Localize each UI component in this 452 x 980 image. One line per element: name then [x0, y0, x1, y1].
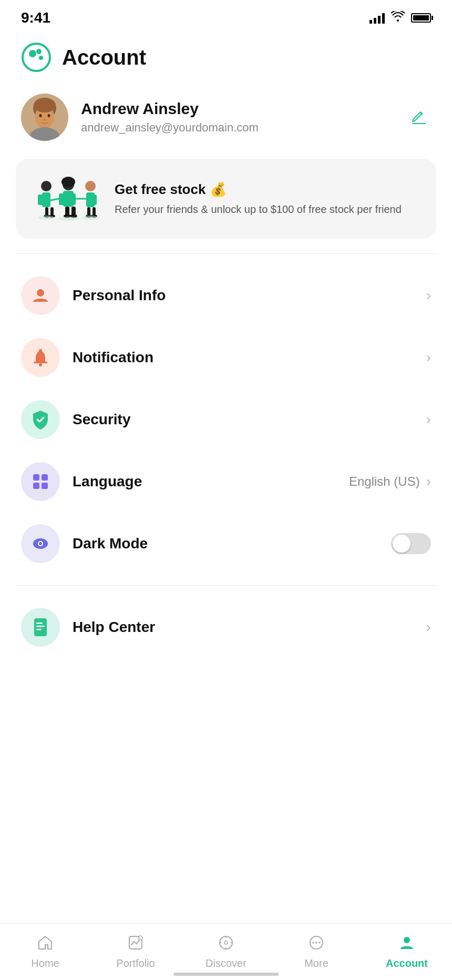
- svg-rect-17: [45, 207, 48, 216]
- bell-icon: [32, 348, 49, 367]
- grid-icon: [30, 472, 50, 492]
- svg-rect-32: [91, 195, 97, 205]
- svg-rect-18: [50, 207, 54, 216]
- svg-rect-54: [36, 626, 45, 627]
- nav-item-discover[interactable]: Discover: [181, 931, 271, 969]
- home-nav-label: Home: [31, 957, 59, 969]
- portfolio-icon: [124, 931, 147, 954]
- svg-rect-48: [42, 483, 48, 489]
- home-indicator: [173, 973, 279, 976]
- svg-point-64: [315, 942, 317, 944]
- svg-point-65: [319, 942, 321, 944]
- edit-profile-button[interactable]: [407, 105, 431, 129]
- help-menu: Help Center ›: [0, 591, 452, 663]
- toggle-thumb: [393, 535, 410, 553]
- menu-item-security[interactable]: Security ›: [0, 389, 452, 451]
- svg-rect-55: [36, 629, 42, 630]
- svg-rect-44: [39, 349, 42, 351]
- wifi-icon: [391, 11, 405, 25]
- nav-item-portfolio[interactable]: Portfolio: [90, 931, 181, 969]
- home-icon: [34, 931, 57, 954]
- svg-line-37: [50, 199, 59, 200]
- help-center-label: Help Center: [73, 619, 426, 636]
- referral-title: Get free stock 💰: [115, 181, 422, 198]
- menu-item-dark-mode[interactable]: Dark Mode: [0, 513, 452, 575]
- svg-point-3: [39, 56, 43, 60]
- portfolio-nav-label: Portfolio: [116, 957, 155, 969]
- svg-point-66: [404, 937, 410, 943]
- help-center-icon-wrap: [21, 608, 60, 647]
- divider-1: [16, 253, 436, 254]
- bottom-nav: Home Portfolio Discover: [0, 923, 452, 980]
- svg-point-61: [224, 941, 228, 944]
- status-icons: [369, 11, 431, 25]
- referral-description: Refer your friends & unlock up to $100 o…: [115, 202, 422, 217]
- person-icon: [31, 286, 50, 305]
- app-logo: [21, 42, 52, 73]
- notification-label: Notification: [73, 349, 426, 366]
- dark-mode-label: Dark Mode: [73, 535, 391, 552]
- chevron-right-icon: ›: [426, 473, 431, 490]
- dark-mode-toggle[interactable]: [391, 533, 431, 554]
- svg-rect-13: [30, 131, 59, 141]
- personal-info-icon-wrap: [21, 276, 60, 315]
- svg-point-30: [85, 181, 96, 191]
- svg-point-8: [34, 98, 56, 113]
- menu-item-help-center[interactable]: Help Center ›: [0, 596, 452, 658]
- svg-rect-53: [36, 622, 43, 624]
- account-nav-label: Account: [386, 957, 428, 969]
- menu-item-notification[interactable]: Notification ›: [0, 326, 452, 389]
- svg-point-42: [37, 289, 44, 297]
- svg-point-2: [36, 49, 42, 54]
- chevron-right-icon: ›: [426, 287, 431, 304]
- page-title: Account: [62, 46, 146, 69]
- svg-rect-46: [42, 474, 48, 481]
- referral-illustration: [30, 171, 104, 226]
- svg-point-40: [58, 217, 79, 221]
- account-nav-icon: [395, 931, 418, 954]
- svg-rect-52: [34, 618, 47, 636]
- svg-rect-47: [33, 483, 39, 489]
- security-icon-wrap: [21, 400, 60, 439]
- personal-info-label: Personal Info: [73, 287, 426, 304]
- svg-point-10: [48, 114, 50, 117]
- svg-rect-27: [71, 207, 76, 216]
- discover-icon: [214, 931, 238, 954]
- svg-point-51: [39, 542, 42, 545]
- chevron-right-icon: ›: [426, 411, 431, 428]
- status-time: 9:41: [21, 9, 50, 26]
- eye-icon: [31, 534, 50, 553]
- svg-rect-15: [42, 192, 50, 207]
- profile-name: Andrew Ainsley: [81, 100, 407, 118]
- profile-section: Andrew Ainsley andrew_ainsley@yourdomain…: [0, 85, 452, 154]
- notification-icon-wrap: [21, 338, 60, 377]
- svg-point-39: [38, 216, 55, 220]
- nav-item-account[interactable]: Account: [362, 931, 452, 969]
- shield-icon: [32, 410, 49, 430]
- nav-item-home[interactable]: Home: [0, 931, 90, 969]
- nav-item-more[interactable]: More: [271, 931, 362, 969]
- signal-icon: [369, 12, 385, 24]
- referral-card[interactable]: Get free stock 💰 Refer your friends & un…: [16, 159, 436, 239]
- svg-rect-16: [38, 195, 43, 205]
- language-value: English (US): [349, 474, 420, 489]
- more-nav-label: More: [304, 957, 328, 969]
- svg-point-43: [39, 363, 42, 366]
- svg-point-9: [39, 114, 42, 117]
- chevron-right-icon: ›: [426, 349, 431, 366]
- svg-point-14: [41, 181, 52, 191]
- profile-email: andrew_ainsley@yourdomain.com: [81, 121, 407, 135]
- language-icon-wrap: [21, 462, 60, 501]
- svg-point-22: [61, 177, 75, 187]
- status-bar: 9:41: [0, 0, 452, 32]
- menu-item-personal-info[interactable]: Personal Info ›: [0, 264, 452, 326]
- dark-mode-icon-wrap: [21, 524, 60, 563]
- doc-icon: [31, 617, 50, 637]
- svg-point-63: [312, 942, 314, 944]
- svg-point-1: [29, 50, 36, 57]
- page-header: Account: [0, 32, 452, 85]
- svg-rect-26: [65, 207, 69, 216]
- svg-rect-24: [59, 193, 64, 205]
- divider-2: [16, 585, 436, 586]
- menu-item-language[interactable]: Language English (US) ›: [0, 451, 452, 513]
